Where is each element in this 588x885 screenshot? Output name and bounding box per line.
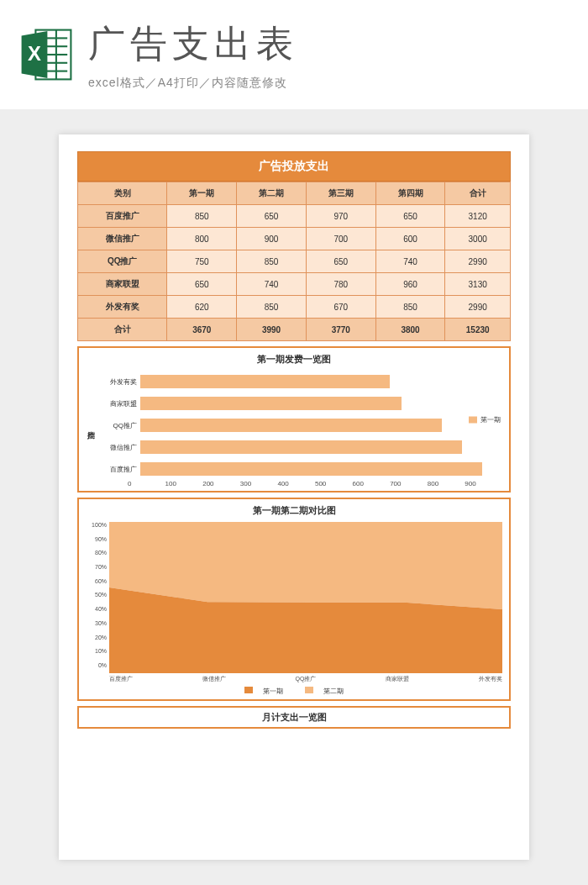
ytick: 40% [86, 606, 109, 612]
xtick: 200 [202, 480, 240, 487]
legend-swatch-icon [469, 416, 477, 423]
bar-ylabel: 推广类别 [86, 371, 98, 480]
row-name: 商家联盟 [78, 273, 167, 296]
bar-chart-plot: 推广类别 外发有奖商家联盟QQ推广微信推广百度推广 [86, 371, 502, 480]
area-chart: 第一期第二期对比图 100%90%80%70%60%50%40%30%20%10… [77, 498, 511, 701]
area-chart-title: 第一期第二期对比图 [86, 504, 502, 517]
bar-fill [140, 397, 402, 410]
row-name: QQ推广 [78, 250, 167, 273]
ytick: 20% [86, 635, 109, 640]
xtick: 700 [390, 480, 428, 487]
template-subtitle: excel格式／A4打印／内容随意修改 [88, 76, 588, 91]
bar-xaxis: 0100200300400500600700800900 [128, 480, 502, 487]
cell: 970 [306, 205, 375, 228]
ytick: 100% [86, 522, 109, 528]
ytick: 60% [86, 578, 109, 584]
cell: 850 [237, 296, 307, 319]
xtick: 商家联盟 [386, 675, 409, 683]
cell: 3990 [237, 319, 307, 341]
legend-swatch-icon [244, 687, 253, 693]
cell: 960 [375, 273, 445, 296]
bar-rows: 外发有奖商家联盟QQ推广微信推广百度推广 [98, 371, 502, 480]
cell: 650 [375, 205, 445, 228]
xtick: QQ推广 [296, 675, 317, 683]
cell: 15230 [445, 319, 511, 341]
bar-track [140, 462, 502, 476]
bar-row: QQ推广 [98, 414, 502, 436]
table-row: 商家联盟 650 740 780 960 3130 [78, 273, 511, 296]
cell: 850 [375, 296, 445, 319]
header-text: 广告支出表 excel格式／A4打印／内容随意修改 [88, 19, 588, 91]
cell: 750 [167, 250, 237, 273]
cell: 650 [167, 273, 237, 296]
col-header: 类别 [78, 182, 167, 205]
footer-chart-title: 月计支出一览图 [77, 706, 511, 729]
cell: 850 [167, 205, 237, 228]
bar-track [140, 375, 502, 388]
page-background: 广告投放支出 类别 第一期 第二期 第三期 第四期 合计 百度推广 850 65… [0, 109, 588, 885]
bar-category-label: 微信推广 [98, 443, 140, 452]
ytick: 70% [86, 564, 109, 570]
row-name: 微信推广 [78, 228, 167, 250]
bar-category-label: 百度推广 [98, 465, 140, 474]
bar-fill [140, 440, 462, 454]
col-header: 第三期 [306, 182, 375, 205]
table-row: 微信推广 800 900 700 600 3000 [78, 228, 511, 250]
col-header: 第一期 [167, 182, 237, 205]
bar-track [140, 419, 502, 432]
worksheet-paper: 广告投放支出 类别 第一期 第二期 第三期 第四期 合计 百度推广 850 65… [59, 134, 529, 860]
cell: 650 [306, 250, 375, 273]
cell: 600 [375, 228, 445, 250]
row-name: 合计 [78, 319, 167, 341]
xtick: 百度推广 [109, 675, 133, 683]
table-row: QQ推广 750 850 650 740 2990 [78, 250, 511, 273]
legend-label: 第一期 [480, 415, 501, 424]
cell: 670 [306, 296, 375, 319]
area-plot [109, 522, 502, 673]
cell: 850 [237, 250, 307, 273]
area-legend: 第一期 第二期 [86, 687, 502, 696]
bar-category-label: 商家联盟 [98, 399, 140, 408]
cell: 2990 [445, 250, 511, 273]
ytick: 80% [86, 550, 109, 556]
bar-track [140, 397, 502, 410]
xtick: 0 [128, 480, 165, 487]
row-name: 外发有奖 [78, 296, 167, 319]
ytick: 0% [86, 662, 109, 668]
cell: 900 [237, 228, 307, 250]
xtick: 900 [465, 480, 502, 487]
sheet-title: 广告投放支出 [77, 151, 511, 182]
bar-fill [140, 375, 390, 388]
col-header: 合计 [445, 182, 511, 205]
xtick: 500 [315, 480, 353, 487]
bar-category-label: QQ推广 [98, 421, 140, 430]
svg-text:X: X [28, 42, 41, 65]
cell: 2990 [445, 296, 511, 319]
ytick: 90% [86, 536, 109, 542]
cell: 3800 [375, 319, 445, 341]
template-title: 广告支出表 [88, 19, 588, 69]
ytick: 10% [86, 648, 109, 654]
cell: 3770 [306, 319, 375, 341]
col-header: 第二期 [237, 182, 307, 205]
cell: 3670 [167, 319, 237, 341]
cell: 650 [237, 205, 307, 228]
cell: 780 [306, 273, 375, 296]
ytick: 30% [86, 620, 109, 626]
xtick: 外发有奖 [479, 675, 502, 683]
excel-icon: X [17, 25, 76, 84]
area-yaxis: 100%90%80%70%60%50%40%30%20%10%0% [86, 522, 109, 668]
area-plot-wrap: 100%90%80%70%60%50%40%30%20%10%0% 百度推广微信… [86, 522, 502, 683]
table-row: 百度推广 850 650 970 650 3120 [78, 205, 511, 228]
legend-item: 第二期 [300, 687, 349, 695]
area-xaxis: 百度推广微信推广QQ推广商家联盟外发有奖 [109, 673, 502, 683]
bar-row: 百度推广 [98, 458, 502, 480]
cell: 740 [375, 250, 445, 273]
xtick: 800 [428, 480, 465, 487]
xtick: 微信推广 [202, 675, 226, 683]
bar-row: 微信推广 [98, 436, 502, 458]
bar-row: 外发有奖 [98, 371, 502, 392]
cell: 3120 [445, 205, 511, 228]
bar-fill [140, 462, 482, 476]
bar-category-label: 外发有奖 [98, 377, 140, 387]
